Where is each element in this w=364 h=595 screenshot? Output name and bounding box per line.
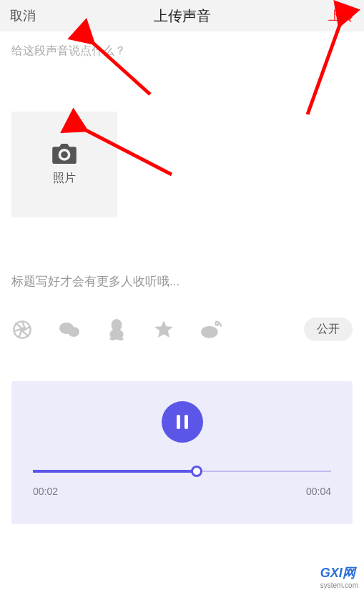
pause-icon	[177, 415, 188, 429]
aperture-icon[interactable]	[11, 319, 33, 340]
body: 照片 公开	[0, 31, 364, 341]
qzone-icon[interactable]	[153, 319, 174, 340]
time-row: 00:02 00:04	[33, 486, 331, 497]
watermark-sub: system.com	[320, 581, 358, 589]
progress-track[interactable]	[33, 464, 331, 478]
svg-point-5	[109, 337, 116, 340]
svg-point-7	[201, 325, 218, 338]
wechat-icon[interactable]	[59, 319, 80, 340]
watermark-text: GXI网	[320, 566, 355, 580]
watermark: GXI网 system.com	[320, 564, 358, 589]
track-fill	[33, 470, 197, 473]
visibility-button[interactable]: 公开	[304, 318, 353, 341]
svg-point-6	[117, 337, 124, 340]
title-input-wrap	[11, 275, 353, 289]
title-input[interactable]	[11, 275, 353, 289]
current-time: 00:02	[33, 486, 58, 497]
total-time: 00:04	[306, 486, 331, 497]
description-input[interactable]	[11, 44, 353, 57]
page-title: 上传声音	[154, 6, 211, 26]
header-bar: 取消 上传声音 上传	[0, 0, 364, 31]
upload-button[interactable]: 上传	[328, 7, 354, 24]
add-photo-button[interactable]: 照片	[11, 112, 117, 217]
pause-button[interactable]	[162, 401, 203, 443]
camera-icon	[52, 144, 77, 164]
weibo-icon[interactable]	[200, 319, 222, 340]
track-thumb[interactable]	[191, 466, 202, 477]
cancel-button[interactable]: 取消	[10, 7, 36, 24]
share-row: 公开	[11, 318, 353, 341]
svg-point-2	[68, 327, 79, 337]
audio-player: 00:02 00:04	[11, 381, 353, 524]
qq-icon[interactable]	[106, 319, 127, 340]
photo-label: 照片	[53, 171, 76, 186]
